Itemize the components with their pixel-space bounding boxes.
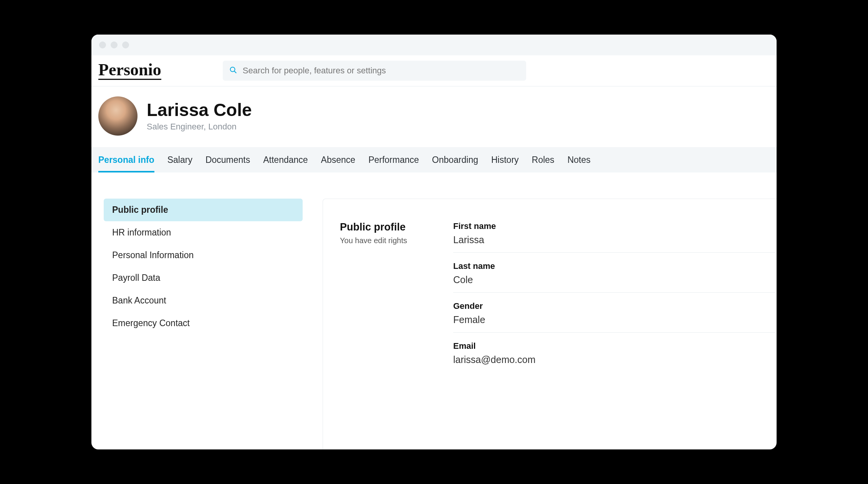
field-email[interactable]: Email larissa@demo.com	[453, 341, 776, 372]
tab-roles[interactable]: Roles	[532, 147, 555, 172]
profile-subtitle: Sales Engineer, London	[147, 122, 252, 132]
field-label: Gender	[453, 301, 776, 311]
sidebar: Public profile HR information Personal I…	[104, 199, 303, 449]
sidebar-item-emergency-contact[interactable]: Emergency Contact	[104, 312, 303, 335]
profile-header: Larissa Cole Sales Engineer, London	[91, 86, 777, 147]
sidebar-item-bank-account[interactable]: Bank Account	[104, 289, 303, 312]
window-titlebar	[91, 35, 777, 55]
section-subtitle: You have edit rights	[340, 236, 407, 245]
field-label: Email	[453, 341, 776, 351]
field-value: larissa@demo.com	[453, 354, 776, 365]
top-bar: Personio	[91, 55, 777, 86]
window-maximize-dot[interactable]	[122, 41, 129, 48]
field-value: Larissa	[453, 234, 776, 245]
field-first-name[interactable]: First name Larissa	[453, 221, 776, 253]
field-gender[interactable]: Gender Female	[453, 301, 776, 333]
tab-salary[interactable]: Salary	[167, 147, 192, 172]
section-header: Public profile You have edit rights	[340, 221, 407, 449]
brand-logo[interactable]: Personio	[98, 61, 161, 80]
avatar[interactable]	[98, 96, 137, 136]
sidebar-item-hr-information[interactable]: HR information	[104, 221, 303, 244]
tab-attendance[interactable]: Attendance	[263, 147, 308, 172]
field-label: Last name	[453, 261, 776, 271]
sidebar-item-personal-information[interactable]: Personal Information	[104, 244, 303, 267]
field-label: First name	[453, 221, 776, 231]
fields-list: First name Larissa Last name Cole Gender…	[453, 221, 777, 449]
tab-absence[interactable]: Absence	[321, 147, 356, 172]
tab-notes[interactable]: Notes	[567, 147, 590, 172]
search-icon	[229, 66, 237, 76]
field-last-name[interactable]: Last name Cole	[453, 261, 776, 293]
field-value: Female	[453, 314, 776, 325]
profile-heading: Larissa Cole Sales Engineer, London	[147, 100, 252, 132]
profile-name: Larissa Cole	[147, 100, 252, 120]
sidebar-item-public-profile[interactable]: Public profile	[104, 199, 303, 221]
tab-documents[interactable]: Documents	[205, 147, 250, 172]
window-close-dot[interactable]	[99, 41, 106, 48]
window-minimize-dot[interactable]	[111, 41, 118, 48]
section-title: Public profile	[340, 221, 407, 233]
tab-bar: Personal info Salary Documents Attendanc…	[91, 147, 777, 172]
svg-point-0	[230, 67, 235, 72]
main-panel: Public profile You have edit rights Firs…	[323, 199, 777, 449]
search-container[interactable]	[223, 61, 526, 81]
search-input[interactable]	[243, 66, 520, 76]
tab-performance[interactable]: Performance	[368, 147, 419, 172]
tab-personal-info[interactable]: Personal info	[98, 147, 154, 172]
field-value: Cole	[453, 274, 776, 285]
sidebar-item-payroll-data[interactable]: Payroll Data	[104, 267, 303, 289]
app-window: Personio Larissa Cole Sales Engineer, Lo…	[91, 35, 777, 449]
content-area: Public profile HR information Personal I…	[91, 172, 777, 449]
svg-line-1	[234, 71, 236, 73]
tab-onboarding[interactable]: Onboarding	[432, 147, 478, 172]
tab-history[interactable]: History	[491, 147, 519, 172]
